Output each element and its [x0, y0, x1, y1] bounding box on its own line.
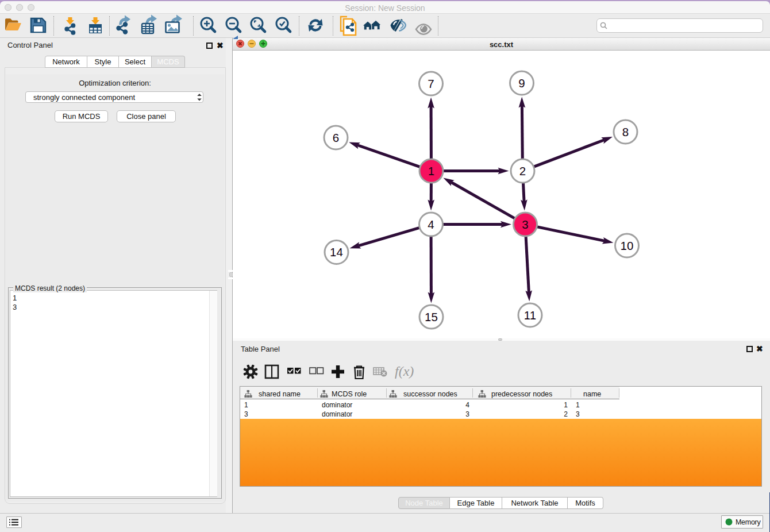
svg-text:7: 7	[428, 77, 434, 90]
svg-text:3: 3	[522, 218, 528, 231]
svg-text:1: 1	[428, 164, 434, 178]
svg-text:11: 11	[524, 309, 536, 322]
svg-text:8: 8	[622, 125, 629, 138]
svg-text:6: 6	[333, 131, 339, 144]
svg-text:f(x): f(x)	[395, 364, 414, 379]
svg-text:14: 14	[330, 245, 343, 259]
svg-text:4: 4	[428, 218, 434, 231]
svg-text:9: 9	[518, 76, 525, 90]
svg-text:15: 15	[425, 310, 438, 323]
svg-text:10: 10	[621, 239, 634, 252]
svg-text:2: 2	[519, 164, 526, 178]
